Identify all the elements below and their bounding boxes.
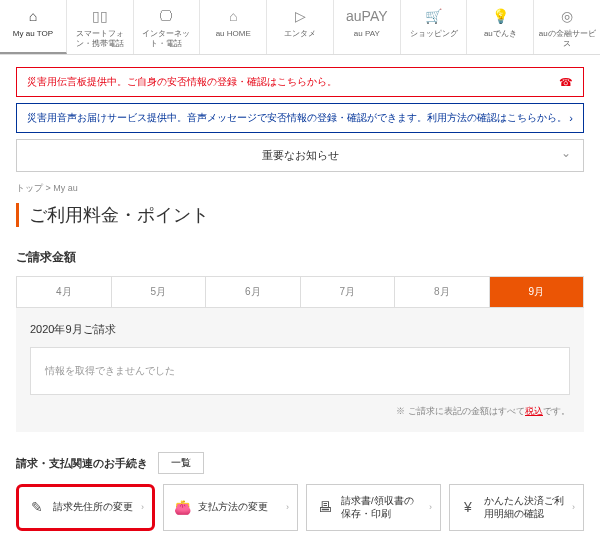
billing-heading: ご請求金額 bbox=[16, 249, 584, 266]
proc-label: かんたん決済ご利用明細の確認 bbox=[484, 495, 566, 520]
nav-label: auの金融サービス bbox=[539, 29, 596, 48]
nav-internet-icon: 🖵 bbox=[136, 8, 198, 26]
proc-save-print-invoice-icon: 🖶 bbox=[315, 498, 335, 516]
nav-entertainment-icon: ▷ bbox=[269, 8, 331, 26]
nav-myau-top-icon: ⌂ bbox=[2, 8, 64, 26]
nav-label: インターネット・電話 bbox=[142, 29, 190, 48]
month-tabs: 4月5月6月7月8月9月 bbox=[16, 276, 584, 308]
nav-label: au HOME bbox=[216, 29, 251, 38]
proc-change-payment-method-icon: 👛 bbox=[172, 498, 192, 516]
top-navigation: ⌂My au TOP▯▯スマートフォン・携帯電話🖵インターネット・電話⌂au H… bbox=[0, 0, 600, 55]
proc-change-billing-address[interactable]: ✎請求先住所の変更› bbox=[16, 484, 155, 531]
nav-internet[interactable]: 🖵インターネット・電話 bbox=[134, 0, 201, 54]
nav-shopping[interactable]: 🛒ショッピング bbox=[401, 0, 468, 54]
nav-smartphone[interactable]: ▯▯スマートフォン・携帯電話 bbox=[67, 0, 134, 54]
nav-finance[interactable]: ◎auの金融サービス bbox=[534, 0, 600, 54]
proc-save-print-invoice[interactable]: 🖶請求書/領収書の保存・印刷› bbox=[306, 484, 441, 531]
month-tab-5[interactable]: 8月 bbox=[395, 277, 490, 307]
billing-error-message: 情報を取得できませんでした bbox=[30, 347, 570, 395]
nav-aupay[interactable]: auPAYau PAY bbox=[334, 0, 401, 54]
nav-finance-icon: ◎ bbox=[536, 8, 598, 26]
proc-label: 請求書/領収書の保存・印刷 bbox=[341, 495, 423, 520]
nav-auhome-icon: ⌂ bbox=[202, 8, 264, 26]
breadcrumb: トップ > My au bbox=[16, 182, 584, 195]
chevron-right-icon: › bbox=[141, 502, 144, 514]
nav-label: ショッピング bbox=[410, 29, 458, 38]
alert-text: 災害用伝言板提供中。ご自身の安否情報の登録・確認はこちらから。 bbox=[27, 75, 337, 89]
month-tab-6[interactable]: 9月 bbox=[490, 277, 585, 307]
proc-easy-payment-details[interactable]: ¥かんたん決済ご利用明細の確認› bbox=[449, 484, 584, 531]
alert-disaster-voice[interactable]: 災害用音声お届けサービス提供中。音声メッセージで安否情報の登録・確認ができます。… bbox=[16, 103, 584, 133]
month-tab-1[interactable]: 4月 bbox=[17, 277, 112, 307]
procedures-heading: 請求・支払関連のお手続き bbox=[16, 456, 148, 471]
procedures-row: ✎請求先住所の変更›👛支払方法の変更›🖶請求書/領収書の保存・印刷›¥かんたん決… bbox=[16, 484, 584, 531]
alert-disaster-board[interactable]: 災害用伝言板提供中。ご自身の安否情報の登録・確認はこちらから。 ☎ bbox=[16, 67, 584, 97]
nav-label: スマートフォン・携帯電話 bbox=[76, 29, 124, 48]
chevron-right-icon: › bbox=[569, 112, 573, 124]
nav-myau-top[interactable]: ⌂My au TOP bbox=[0, 0, 67, 54]
billing-period-title: 2020年9月ご請求 bbox=[30, 322, 570, 337]
nav-label: エンタメ bbox=[284, 29, 316, 38]
nav-audenki-icon: 💡 bbox=[469, 8, 531, 26]
proc-change-billing-address-icon: ✎ bbox=[27, 498, 47, 516]
alert-text: 災害用音声お届けサービス提供中。音声メッセージで安否情報の登録・確認ができます。… bbox=[27, 111, 567, 125]
month-tab-3[interactable]: 6月 bbox=[206, 277, 301, 307]
billing-tax-note: ※ ご請求に表記の金額はすべて税込です。 bbox=[30, 405, 570, 418]
nav-smartphone-icon: ▯▯ bbox=[69, 8, 131, 26]
nav-entertainment[interactable]: ▷エンタメ bbox=[267, 0, 334, 54]
month-tab-2[interactable]: 5月 bbox=[112, 277, 207, 307]
nav-shopping-icon: 🛒 bbox=[403, 8, 465, 26]
nav-audenki[interactable]: 💡auでんき bbox=[467, 0, 534, 54]
page-title: ご利用料金・ポイント bbox=[16, 203, 584, 227]
proc-change-payment-method[interactable]: 👛支払方法の変更› bbox=[163, 484, 298, 531]
nav-label: My au TOP bbox=[13, 29, 53, 38]
proc-label: 請求先住所の変更 bbox=[53, 501, 135, 513]
month-tab-4[interactable]: 7月 bbox=[301, 277, 396, 307]
nav-auhome[interactable]: ⌂au HOME bbox=[200, 0, 267, 54]
nav-label: au PAY bbox=[354, 29, 380, 38]
proc-label: 支払方法の変更 bbox=[198, 501, 280, 513]
procedures-list-button[interactable]: 一覧 bbox=[158, 452, 204, 474]
proc-easy-payment-details-icon: ¥ bbox=[458, 498, 478, 516]
phone-icon: ☎ bbox=[559, 76, 573, 89]
chevron-right-icon: › bbox=[286, 502, 289, 514]
chevron-right-icon: › bbox=[572, 502, 575, 514]
billing-box: 2020年9月ご請求 情報を取得できませんでした ※ ご請求に表記の金額はすべて… bbox=[16, 308, 584, 432]
tax-included-link[interactable]: 税込 bbox=[525, 406, 543, 416]
procedures-header: 請求・支払関連のお手続き 一覧 bbox=[16, 452, 584, 474]
nav-label: auでんき bbox=[484, 29, 517, 38]
chevron-right-icon: › bbox=[429, 502, 432, 514]
notice-label: 重要なお知らせ bbox=[262, 149, 339, 161]
important-notice-toggle[interactable]: 重要なお知らせ bbox=[16, 139, 584, 172]
nav-aupay-icon: auPAY bbox=[336, 8, 398, 26]
